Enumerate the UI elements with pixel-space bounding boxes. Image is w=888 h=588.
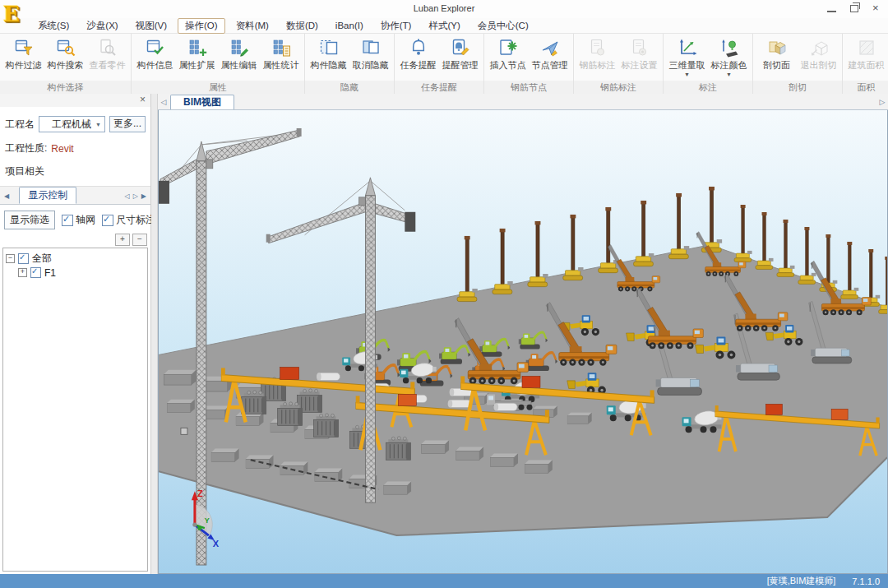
menu-iban[interactable]: iBan(I) (329, 20, 370, 31)
project-name-label: 工程名 (5, 118, 35, 132)
ribbon-group-rebar-annotate: 钢筋标注 标注设置 钢筋标注 (574, 34, 664, 94)
property-extend-button[interactable]: 属性扩展 (176, 36, 218, 72)
tree-checkbox-icon[interactable] (18, 253, 29, 264)
project-panel: × 工程名 工程机械 ▼ 更多... 工程性质: Revit 项目相关 ◀ 显示… (0, 94, 151, 574)
unhide-button[interactable]: 取消隐藏 (349, 36, 391, 72)
annotate-settings-button[interactable]: 标注设置 (618, 36, 660, 72)
section-plane-icon (767, 38, 787, 58)
chevron-down-icon: ▼ (95, 122, 101, 127)
project-related-row[interactable]: 项目相关 (0, 164, 150, 178)
menu-collaborate[interactable]: 协作(T) (374, 19, 419, 33)
task-remind-button[interactable]: 任务提醒 (397, 36, 439, 72)
menu-view[interactable]: 视图(V) (129, 19, 173, 33)
view-part-button[interactable]: 查看零件 (86, 36, 128, 72)
tab-display-control[interactable]: 显示控制 (19, 187, 76, 204)
building-area-button[interactable]: 建筑面积 (845, 36, 887, 72)
document-area: ◁ BIM视图 ▷ (158, 94, 888, 574)
menu-bar: 系统(S) 沙盘(X) 视图(V) 操作(O) 资料(M) 数据(D) iBan… (0, 18, 888, 34)
tree-checkbox-icon[interactable] (30, 267, 41, 278)
close-button[interactable]: × (872, 4, 881, 12)
status-user: [黄璞,BIM建模师] (767, 575, 836, 587)
doc-tab-scroll-left-icon[interactable]: ◁ (158, 95, 169, 109)
tab-scroll-left-icon[interactable]: ◁ (123, 189, 132, 204)
remind-manage-button[interactable]: 提醒管理 (439, 36, 481, 72)
minimize-button[interactable] (827, 4, 836, 12)
tree-zoom-buttons: + − (0, 229, 150, 248)
menu-operate[interactable]: 操作(O) (178, 18, 225, 34)
status-version: 7.1.1.0 (852, 576, 880, 586)
bim-3d-viewport[interactable]: Z X Y (158, 110, 888, 574)
property-stats-button[interactable]: 属性统计 (260, 36, 302, 72)
annotation-color-icon (719, 38, 739, 58)
project-name-row: 工程名 工程机械 ▼ 更多... (0, 116, 150, 132)
hide-icon (319, 38, 339, 58)
project-type-value: Revit (51, 143, 73, 155)
dimension-checkbox[interactable]: 尺寸标注 (102, 213, 155, 227)
menu-material[interactable]: 资料(M) (229, 19, 275, 33)
exit-section-button[interactable]: 退出剖切 (798, 36, 839, 72)
ribbon-group-section: 剖切面 退出剖切 剖切 (753, 34, 843, 94)
unhide-icon (361, 38, 381, 58)
tab-scroll-last-icon[interactable]: ▶ (140, 189, 148, 204)
model-tree[interactable]: − 全部 + F1 (2, 248, 148, 572)
area-icon (857, 38, 876, 58)
component-search-button[interactable]: 构件搜索 (44, 36, 86, 72)
tab-bim-view[interactable]: BIM视图 (170, 95, 234, 109)
restore-button[interactable] (850, 5, 858, 12)
panel-splitter[interactable] (151, 94, 158, 574)
collapse-all-button[interactable]: − (132, 234, 147, 246)
workspace: × 工程名 工程机械 ▼ 更多... 工程性质: Revit 项目相关 ◀ 显示… (0, 94, 888, 574)
axis-y-label: Y (205, 516, 210, 525)
ribbon-toolbar: 构件过滤 构件搜索 查看零件 构件选择 构件信息 属性扩展 (0, 34, 888, 95)
menu-sandbox[interactable]: 沙盘(X) (80, 19, 124, 33)
menu-member-center[interactable]: 会员中心(C) (471, 19, 535, 33)
axis-grid-label: 轴网 (76, 213, 95, 227)
node-manage-button[interactable]: 节点管理 (529, 36, 571, 72)
rebar-annotate-button[interactable]: 钢筋标注 (576, 36, 618, 72)
tab-scroll-first-icon[interactable]: ◀ (2, 189, 11, 204)
measure-3d-button[interactable]: 三维量取 ▼ (666, 36, 708, 78)
component-filter-button[interactable]: 构件过滤 (2, 36, 44, 72)
menu-style[interactable]: 样式(Y) (422, 19, 466, 33)
dimension-label: 尺寸标注 (116, 213, 155, 227)
ribbon-group-rebar-node: 插入节点 节点管理 钢筋节点 (484, 34, 574, 94)
project-name-select[interactable]: 工程机械 ▼ (39, 116, 105, 132)
doc-tab-scroll-right-icon[interactable]: ▷ (876, 95, 888, 109)
expand-icon[interactable]: + (18, 268, 27, 277)
ribbon-group-area: 建筑面积 面积 (843, 34, 888, 94)
hide-component-button[interactable]: 构件隐藏 (308, 36, 349, 72)
tree-item-all[interactable]: − 全部 (6, 252, 145, 266)
checkbox-icon[interactable] (62, 215, 73, 226)
panel-close-icon[interactable]: × (140, 94, 146, 105)
axis-x-label: X (213, 539, 220, 549)
document-tab-bar: ◁ BIM视图 ▷ (158, 94, 888, 110)
window-title: Luban Explorer (0, 3, 888, 13)
dropdown-arrow-icon[interactable]: ▼ (684, 72, 690, 78)
property-edit-button[interactable]: 属性编辑 (218, 36, 260, 72)
tab-scroll-right-icon[interactable]: ▷ (132, 189, 140, 204)
tree-item-f1[interactable]: + F1 (18, 266, 145, 280)
bell-icon (409, 38, 428, 58)
more-button[interactable]: 更多... (109, 116, 146, 132)
axis-grid-checkbox[interactable]: 轴网 (62, 213, 95, 227)
measure-3d-icon (678, 38, 697, 58)
collapse-icon[interactable]: − (6, 254, 15, 263)
menu-data[interactable]: 数据(D) (280, 19, 325, 33)
ribbon-group-task-remind: 任务提醒 提醒管理 任务提醒 (395, 34, 484, 94)
menu-system[interactable]: 系统(S) (31, 19, 76, 33)
ribbon-group-annotation: 三维量取 ▼ 标注颜色 ▼ 标注 (664, 34, 753, 94)
info-icon (146, 38, 165, 58)
ribbon-group-hide: 构件隐藏 取消隐藏 隐藏 (305, 34, 395, 94)
panel-header: × (0, 94, 150, 107)
annotation-color-button[interactable]: 标注颜色 ▼ (708, 36, 750, 78)
filter-icon (14, 38, 34, 58)
component-info-button[interactable]: 构件信息 (134, 36, 176, 72)
prop-edit-icon (229, 38, 249, 58)
section-plane-button[interactable]: 剖切面 (756, 36, 798, 72)
insert-node-button[interactable]: 插入节点 (487, 36, 529, 72)
rebar-annotate-icon (588, 38, 608, 58)
display-filter-button[interactable]: 显示筛选 (4, 211, 55, 229)
expand-all-button[interactable]: + (115, 234, 130, 246)
checkbox-icon[interactable] (102, 215, 113, 226)
dropdown-arrow-icon[interactable]: ▼ (726, 72, 732, 78)
